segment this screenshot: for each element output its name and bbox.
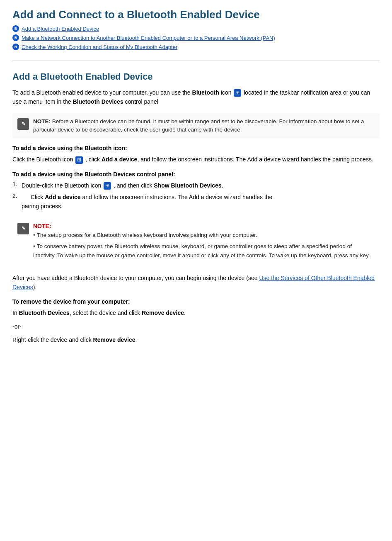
note-icon-1: ✎ bbox=[17, 118, 29, 130]
step2-content: Click Add a device and follow the onscre… bbox=[22, 193, 272, 211]
para-add-via-icon: Click the Bluetooth icon , click Add a d… bbox=[12, 155, 380, 164]
note2-bullet-1: The setup process for a Bluetooth wirele… bbox=[33, 231, 375, 240]
toc-item-1[interactable]: Add a Bluetooth Enabled Device bbox=[12, 25, 380, 32]
toc-item-3[interactable]: Check the Working Condition and Status o… bbox=[12, 44, 380, 50]
bluetooth-icon-inline-3 bbox=[104, 182, 111, 190]
after-add-para: After you have added a Bluetooth device … bbox=[12, 273, 380, 292]
note-text-2: NOTE: The setup process for a Bluetooth … bbox=[33, 222, 375, 263]
page-title: Add and Connect to a Bluetooth Enabled D… bbox=[12, 8, 380, 21]
or-text: -or- bbox=[12, 322, 380, 331]
note-box-1: ✎ NOTE: Before a Bluetooth device can be… bbox=[12, 113, 380, 139]
section1-title: Add a Bluetooth Enabled Device bbox=[12, 71, 380, 82]
step-2: 2. Click Add a device and follow the ons… bbox=[12, 193, 380, 211]
section-divider bbox=[12, 61, 380, 61]
remove-para-2: Right-click the device and click Remove … bbox=[12, 335, 380, 344]
note2-list: The setup process for a Bluetooth wirele… bbox=[33, 231, 375, 260]
subheading-control-panel: To add a device using the Bluetooth Devi… bbox=[12, 171, 380, 178]
intro-paragraph: To add a Bluetooth enabled device to you… bbox=[12, 88, 380, 107]
note-box-2: ✎ NOTE: The setup process for a Bluetoot… bbox=[12, 218, 380, 267]
note-text-1: NOTE: Before a Bluetooth device can be f… bbox=[33, 117, 375, 134]
services-link[interactable]: Use the Services of Other Bluetooth Enab… bbox=[12, 275, 375, 290]
subheading-remove: To remove the device from your computer: bbox=[12, 298, 380, 305]
step1-content: Double-click the Bluetooth icon , and th… bbox=[22, 181, 223, 190]
note1-body: Before a Bluetooth device can be found, … bbox=[33, 118, 364, 133]
step2-num: 2. bbox=[12, 193, 22, 211]
remove-para-1: In Bluetooth Devices, select the device … bbox=[12, 308, 380, 317]
note-icon-2: ✎ bbox=[17, 223, 29, 234]
toc-link-add[interactable]: Add a Bluetooth Enabled Device bbox=[22, 26, 99, 32]
table-of-contents: Add a Bluetooth Enabled Device Make a Ne… bbox=[12, 25, 380, 50]
bluetooth-icon-inline-2 bbox=[75, 156, 83, 164]
toc-link-network[interactable]: Make a Network Connection to Another Blu… bbox=[22, 35, 275, 41]
toc-item-2[interactable]: Make a Network Connection to Another Blu… bbox=[12, 34, 380, 41]
toc-link-check[interactable]: Check the Working Condition and Status o… bbox=[22, 44, 177, 50]
bullet-icon-2 bbox=[12, 34, 19, 41]
note2-bullet-2: To conserve battery power, the Bluetooth… bbox=[33, 242, 375, 260]
note2-title: NOTE: bbox=[33, 222, 375, 231]
subheading-bluetooth-icon: To add a device using the Bluetooth icon… bbox=[12, 145, 380, 151]
step-1: 1. Double-click the Bluetooth icon , and… bbox=[12, 181, 380, 190]
bluetooth-icon-inline-1 bbox=[234, 89, 241, 97]
bullet-icon-1 bbox=[12, 25, 19, 32]
step1-num: 1. bbox=[12, 181, 22, 190]
bullet-icon-3 bbox=[12, 44, 19, 50]
